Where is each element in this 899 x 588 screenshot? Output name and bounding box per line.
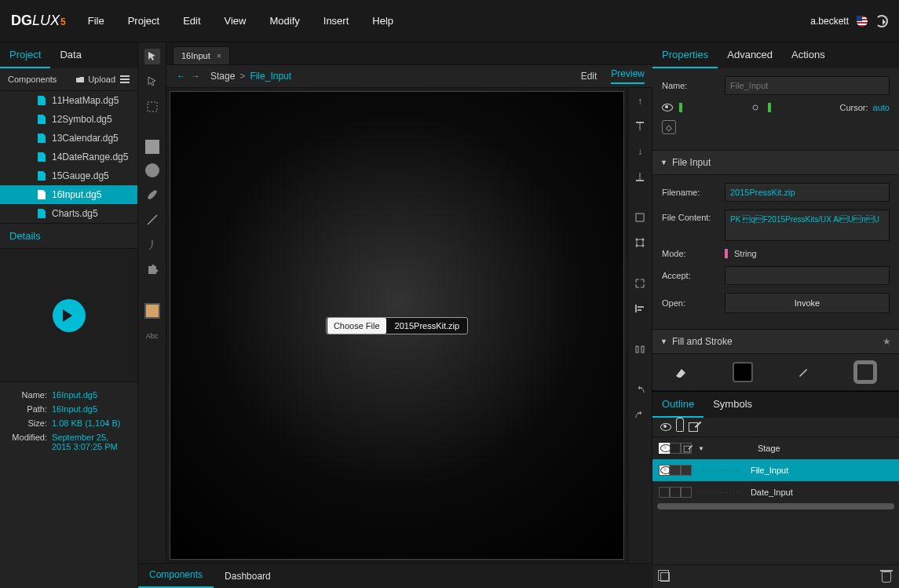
locale-icon[interactable] bbox=[857, 16, 868, 27]
tab-actions[interactable]: Actions bbox=[782, 42, 835, 68]
redo-icon[interactable] bbox=[633, 408, 647, 422]
tab-outline[interactable]: Outline bbox=[652, 392, 703, 418]
color-swatch[interactable] bbox=[144, 303, 160, 319]
list-view-icon[interactable] bbox=[120, 75, 130, 83]
arrow-up-icon[interactable]: ↑ bbox=[633, 94, 647, 108]
user-name[interactable]: a.beckett bbox=[810, 16, 849, 27]
file-metadata: Name:16Input.dg5 Path:16Input.dg5 Size:1… bbox=[0, 382, 137, 464]
play-button[interactable] bbox=[53, 299, 86, 332]
stroke-swatch[interactable] bbox=[853, 360, 877, 384]
outline-row-date-input[interactable]: ············· Date_Input bbox=[652, 481, 899, 503]
fill-swatch[interactable] bbox=[733, 362, 753, 382]
align-left-icon[interactable] bbox=[633, 301, 647, 316]
fill-icon[interactable] bbox=[674, 367, 689, 378]
scrollbar[interactable] bbox=[657, 503, 894, 509]
stroke-pen-icon[interactable] bbox=[797, 366, 809, 378]
close-icon[interactable]: × bbox=[217, 51, 221, 60]
brush-tool-icon[interactable] bbox=[144, 187, 160, 203]
align-top-icon[interactable] bbox=[633, 119, 647, 133]
file-item[interactable]: 15Gauge.dg5 bbox=[0, 166, 137, 185]
right-sidebar: Properties Advanced Actions Name: bbox=[652, 42, 899, 588]
app-logo: DGLUX5 bbox=[11, 13, 66, 29]
cursor-value[interactable]: auto bbox=[873, 103, 890, 112]
accept-input[interactable] bbox=[725, 266, 890, 285]
tab-properties[interactable]: Properties bbox=[652, 42, 718, 68]
bottom-bar: Components Dashboard bbox=[138, 563, 652, 588]
menu-edit[interactable]: Edit bbox=[183, 15, 200, 27]
undo-icon[interactable] bbox=[633, 383, 647, 397]
trash-icon[interactable] bbox=[882, 572, 891, 583]
menu-view[interactable]: View bbox=[225, 15, 247, 27]
link-icon[interactable] bbox=[751, 103, 762, 112]
svg-rect-15 bbox=[636, 346, 638, 352]
line-tool-icon[interactable] bbox=[144, 212, 160, 228]
status-indicator bbox=[768, 103, 771, 112]
transform-icon[interactable] bbox=[633, 236, 647, 250]
size-toggle[interactable]: ◇ bbox=[662, 120, 676, 134]
direct-select-tool-icon[interactable] bbox=[144, 74, 160, 89]
file-item[interactable]: 13Calendar.dg5 bbox=[0, 129, 137, 148]
invoke-button[interactable]: Invoke bbox=[725, 293, 890, 313]
visibility-icon[interactable] bbox=[662, 104, 673, 111]
file-item[interactable]: Charts.dg5 bbox=[0, 204, 137, 223]
choose-file-button[interactable]: Choose File bbox=[327, 318, 386, 334]
mode-edit[interactable]: Edit bbox=[581, 71, 598, 82]
text-label: Abc bbox=[144, 328, 160, 344]
star-icon[interactable]: ★ bbox=[883, 336, 891, 347]
rectangle-tool-icon[interactable] bbox=[145, 140, 159, 154]
menu-file[interactable]: File bbox=[88, 15, 104, 27]
center-panel: 16Input × ← → Stage > File_Input Edit Pr… bbox=[166, 42, 652, 588]
outline-row-stage[interactable]: ▼ Stage bbox=[652, 437, 899, 459]
stage-canvas[interactable]: Choose File 2015PressKit.zip bbox=[170, 91, 624, 560]
menu-help[interactable]: Help bbox=[372, 15, 393, 27]
bounds-icon[interactable] bbox=[633, 210, 647, 225]
duplicate-icon[interactable] bbox=[660, 572, 670, 582]
mode-preview[interactable]: Preview bbox=[611, 68, 645, 84]
bottom-tab-dashboard[interactable]: Dashboard bbox=[214, 564, 282, 588]
nav-forward-icon[interactable]: → bbox=[188, 71, 203, 82]
arrow-down-icon[interactable]: ↓ bbox=[633, 144, 647, 159]
bottom-tab-components[interactable]: Components bbox=[138, 563, 214, 588]
filename-input[interactable] bbox=[725, 183, 890, 202]
document-tab[interactable]: 16Input × bbox=[173, 46, 230, 64]
section-file-input[interactable]: ▼File Input bbox=[652, 150, 899, 175]
lock-icon[interactable] bbox=[676, 422, 684, 432]
edit-icon[interactable] bbox=[689, 422, 698, 432]
upload-button[interactable]: Upload bbox=[75, 75, 115, 84]
nav-back-icon[interactable]: ← bbox=[174, 71, 188, 82]
file-item-selected[interactable]: 16Input.dg5 bbox=[0, 185, 137, 204]
puzzle-tool-icon[interactable] bbox=[144, 262, 160, 278]
prop-name-input[interactable] bbox=[725, 76, 890, 95]
menu-modify[interactable]: Modify bbox=[269, 15, 299, 27]
mode-label: Mode: bbox=[662, 249, 718, 258]
mode-value[interactable]: String bbox=[734, 249, 757, 258]
pen-tool-icon[interactable] bbox=[144, 237, 160, 253]
filecontent-label: File Content: bbox=[662, 210, 718, 222]
filecontent-value[interactable]: PK qF2015PressKits/UX AiUnU bbox=[725, 210, 890, 241]
select-tool-icon[interactable] bbox=[144, 49, 160, 64]
svg-point-9 bbox=[642, 239, 645, 241]
details-header[interactable]: Details bbox=[0, 223, 137, 249]
logout-icon[interactable] bbox=[875, 15, 888, 27]
expand-icon[interactable] bbox=[633, 276, 647, 290]
file-item[interactable]: 14DateRange.dg5 bbox=[0, 148, 137, 166]
tab-advanced[interactable]: Advanced bbox=[718, 42, 782, 68]
crumb-stage[interactable]: Stage bbox=[210, 71, 235, 82]
status-indicator bbox=[679, 103, 682, 112]
section-fill-stroke[interactable]: ▼Fill and Stroke ★ bbox=[652, 329, 899, 354]
tab-data[interactable]: Data bbox=[50, 42, 90, 68]
tab-project[interactable]: Project bbox=[0, 42, 50, 68]
menu-insert[interactable]: Insert bbox=[323, 15, 349, 27]
eye-icon[interactable] bbox=[660, 423, 671, 431]
marquee-tool-icon[interactable] bbox=[144, 99, 160, 115]
outline-row-file-input[interactable]: ············· File_Input bbox=[652, 459, 899, 481]
ellipse-tool-icon[interactable] bbox=[145, 163, 159, 177]
align-bottom-icon[interactable] bbox=[633, 170, 647, 184]
menu-project[interactable]: Project bbox=[128, 15, 159, 27]
tab-symbols[interactable]: Symbols bbox=[703, 392, 762, 418]
file-item[interactable]: 11HeatMap.dg5 bbox=[0, 91, 137, 110]
file-item[interactable]: 12Symbol.dg5 bbox=[0, 110, 137, 129]
crumb-file-input[interactable]: File_Input bbox=[250, 71, 291, 82]
distribute-icon[interactable] bbox=[633, 342, 647, 356]
left-sidebar: Project Data Components Upload 11HeatMap… bbox=[0, 42, 138, 588]
